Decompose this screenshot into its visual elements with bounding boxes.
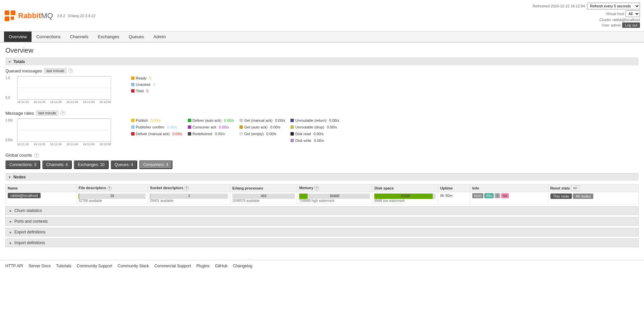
ports-header[interactable]: ► Ports and contexts <box>5 217 639 226</box>
user-value: admin <box>611 23 621 27</box>
queued-time-badge[interactable]: last minute <box>44 68 66 73</box>
svg-rect-2 <box>5 16 9 21</box>
footer-link-server-docs[interactable]: Server Docs <box>29 264 51 268</box>
table-row: rabbit@localhost 39 32768 available 3 <box>6 192 639 204</box>
node-name-cell: rabbit@localhost <box>6 192 76 204</box>
export-arrow: ► <box>9 230 12 234</box>
totals-section-header[interactable]: ▼ Totals <box>5 58 639 65</box>
socket-desc-help[interactable]: ? <box>184 186 189 191</box>
legend-disk-write: Disk write 0.00/s <box>290 139 339 143</box>
file-desc-help[interactable]: ? <box>107 186 112 191</box>
legend-unroutable-drop: Unroutable (drop) 0.00/s <box>290 125 339 129</box>
footer-link-changelog[interactable]: Changelog <box>233 264 252 268</box>
badge-rss: rss <box>501 193 509 198</box>
unacked-value: 0 <box>153 83 155 87</box>
memory-cell: 86MiB 728MiB high watermark <box>297 192 372 204</box>
nav-item-channels[interactable]: Channels <box>65 32 93 42</box>
unacked-label: Unacked <box>136 83 150 87</box>
export-header[interactable]: ► Export definitions <box>5 228 639 236</box>
global-counts-help-icon[interactable]: ? <box>34 153 39 158</box>
footer-link-plugins[interactable]: Plugins <box>197 264 210 268</box>
rates-help-icon[interactable]: ? <box>60 111 65 115</box>
disk-cell: 15GiB 8MiB low watermark <box>372 192 438 204</box>
col-uptime: Uptime <box>438 184 470 192</box>
uptime-value: 6h 50m <box>440 194 452 198</box>
footer-link-http-api[interactable]: HTTP API <box>5 264 23 268</box>
total-label: Total <box>136 89 144 93</box>
cluster-row: Cluster rabbit@localhost <box>533 18 640 22</box>
footer-link-github[interactable]: GitHub <box>215 264 227 268</box>
vhost-label: Virtual host <box>606 12 624 16</box>
nav-item-connections[interactable]: Connections <box>32 32 65 42</box>
queued-messages-title: Queued messages last minute ? <box>5 68 639 73</box>
rates-chart-wrapper: 1.0/s 0.0/s 16:11:10 16:11:20 16:11:30 1… <box>5 118 111 146</box>
ports-section: ► Ports and contexts <box>5 217 639 226</box>
legend-deliver-auto: Deliver (auto ack) 0.00/s <box>188 118 234 122</box>
totals-label: Totals <box>13 59 25 64</box>
import-section: ► Import definitions <box>5 238 639 247</box>
message-rates-section: Message rates last minute ? 1.0/s 0.0/s … <box>5 110 639 146</box>
unroutable-return-dot <box>290 119 294 122</box>
unacked-dot <box>131 83 135 86</box>
connections-badge[interactable]: Connections: 3 <box>5 160 40 169</box>
channels-badge[interactable]: Channels: 4 <box>42 160 72 169</box>
redelivered-value: 0.00/s <box>215 132 225 136</box>
svg-rect-0 <box>5 10 9 15</box>
logout-button[interactable]: Log out <box>622 22 640 28</box>
exchanges-badge[interactable]: Exchanges: 10 <box>74 160 108 169</box>
nav-item-admin[interactable]: Admin <box>149 32 170 42</box>
reset-cell: This node All nodes <box>548 192 638 204</box>
churn-statistics-section: ► Churn statistics <box>5 206 639 215</box>
reset-plus-minus[interactable]: +/- <box>571 185 580 191</box>
nav-item-overview[interactable]: Overview <box>4 32 32 42</box>
file-desc-available: 32768 available <box>78 199 146 203</box>
unroutable-drop-dot <box>290 125 294 129</box>
memory-help[interactable]: ? <box>314 186 319 191</box>
consumer-ack-label: Consumer ack <box>193 125 216 129</box>
rates-time-badge[interactable]: last minute <box>36 110 58 116</box>
disk-read-dot <box>290 132 294 136</box>
erlang-proc-cell: 469 1048576 available <box>230 192 297 204</box>
this-node-button[interactable]: This node <box>550 194 572 199</box>
nodes-table-header: Name File descriptors ? Socket descripto… <box>6 184 639 192</box>
deliver-manual-value: 0.00/s <box>172 132 182 136</box>
publisher-confirm-dot <box>131 125 135 129</box>
queued-help-icon[interactable]: ? <box>68 68 73 73</box>
all-nodes-button[interactable]: All nodes <box>573 194 593 199</box>
vhost-select[interactable]: All <box>626 10 640 17</box>
legend-unroutable-return: Unroutable (return) 0.00/s <box>290 118 339 122</box>
import-header[interactable]: ► Import definitions <box>5 238 639 247</box>
get-manual-value: 0.00/s <box>275 118 285 122</box>
svg-rect-3 <box>11 16 14 20</box>
disk-value: 15GiB <box>374 194 436 199</box>
redelivered-dot <box>188 132 191 136</box>
unroutable-return-value: 0.00/s <box>329 118 339 122</box>
rates-y-axis: 1.0/s 0.0/s <box>5 118 13 142</box>
rates-col-4: Unroutable (return) 0.00/s Unroutable (d… <box>290 118 339 144</box>
col-memory: Memory ? <box>297 184 372 192</box>
churn-header[interactable]: ► Churn statistics <box>5 206 639 215</box>
rates-chart-svg <box>17 118 111 142</box>
get-manual-dot <box>239 119 243 122</box>
nav-item-queues[interactable]: Queues <box>124 32 149 42</box>
footer-link-community-support[interactable]: Community Support <box>77 264 112 268</box>
queues-badge[interactable]: Queues: 4 <box>111 160 137 169</box>
nav-item-exchanges[interactable]: Exchanges <box>93 32 124 42</box>
get-empty-dot <box>239 132 243 136</box>
nodes-table-section: Name File descriptors ? Socket descripto… <box>5 184 639 204</box>
consumer-ack-value: 0.00/s <box>219 125 229 129</box>
deliver-auto-value: 0.00/s <box>224 118 234 122</box>
counts-row: Connections: 3 Channels: 4 Exchanges: 10… <box>5 160 639 169</box>
footer-link-community-slack[interactable]: Community Slack <box>118 264 149 268</box>
refresh-select[interactable]: Refresh every 5 seconds Refresh every 10… <box>587 3 640 9</box>
ports-label: Ports and contexts <box>14 219 48 224</box>
nodes-section-header[interactable]: ▼ Nodes <box>5 173 639 181</box>
rates-col-3: Get (manual ack) 0.00/s Get (auto ack) 0… <box>239 118 285 144</box>
info-cell: basic disc 1 rss <box>470 192 548 204</box>
consumers-badge[interactable]: Consumers: 4 <box>139 160 172 169</box>
cluster-value: rabbit@localhost <box>612 18 640 22</box>
queued-messages-section: Queued messages last minute ? 1.0 0.0 16… <box>5 68 639 104</box>
deliver-manual-dot <box>131 132 135 136</box>
footer-link-tutorials[interactable]: Tutorials <box>56 264 71 268</box>
footer-link-commercial-support[interactable]: Commercial Support <box>154 264 191 268</box>
